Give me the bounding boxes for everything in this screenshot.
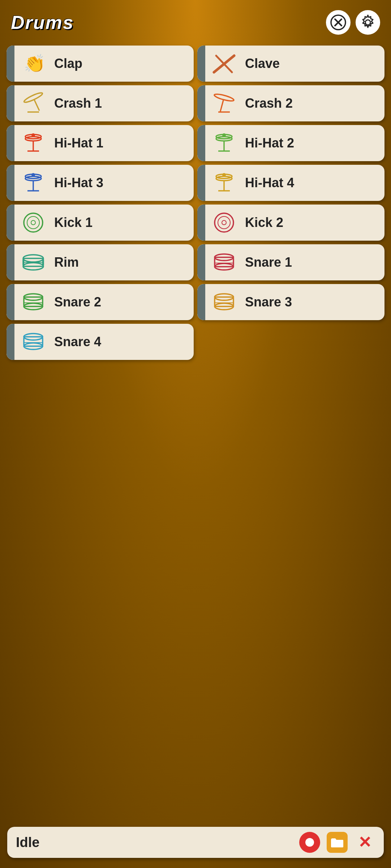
gear-icon — [360, 14, 376, 30]
drum-label-snare3: Snare 3 — [245, 295, 292, 310]
svg-point-36 — [215, 213, 233, 232]
drum-label-snare2: Snare 2 — [54, 295, 101, 310]
drum-item-kick1[interactable]: Kick 1 — [7, 205, 194, 241]
close-button[interactable] — [326, 10, 351, 35]
drum-label-hihat4: Hi-Hat 4 — [245, 175, 294, 190]
close-icon — [330, 14, 346, 30]
bottom-controls: ✕ — [299, 832, 375, 853]
drum-label-rim: Rim — [54, 255, 79, 270]
drum-item-hihat1[interactable]: Hi-Hat 1 — [7, 125, 194, 161]
svg-point-34 — [27, 216, 39, 229]
drum-item-clap[interactable]: 👏 Clap — [7, 46, 194, 82]
drum-item-clave[interactable]: Clave — [197, 46, 384, 82]
drum-item-snare2[interactable]: Snare 2 — [7, 284, 194, 320]
settings-button[interactable] — [356, 10, 380, 35]
svg-point-32 — [222, 173, 226, 177]
drum-item-crash2[interactable]: Crash 2 — [197, 85, 384, 121]
status-text: Idle — [16, 835, 299, 850]
record-button[interactable] — [299, 832, 320, 853]
svg-point-22 — [222, 133, 226, 137]
drum-label-kick1: Kick 1 — [54, 215, 93, 230]
svg-line-8 — [34, 99, 39, 111]
bottom-bar: Idle ✕ — [7, 827, 384, 858]
drum-label-clap: Clap — [54, 56, 82, 71]
drum-label-hihat2: Hi-Hat 2 — [245, 136, 294, 151]
drum-label-hihat3: Hi-Hat 3 — [54, 175, 103, 190]
record-icon — [304, 837, 315, 848]
svg-line-11 — [220, 100, 224, 112]
svg-point-3 — [365, 20, 370, 25]
header-actions — [326, 10, 380, 35]
drum-label-clave: Clave — [245, 56, 280, 71]
svg-rect-50 — [24, 297, 43, 306]
drum-item-hihat4[interactable]: Hi-Hat 4 — [197, 165, 384, 201]
drum-item-snare3[interactable]: Snare 3 — [197, 284, 384, 320]
svg-rect-58 — [24, 337, 43, 346]
close-x-icon: ✕ — [358, 834, 371, 850]
drum-item-snare4[interactable]: Snare 4 — [7, 324, 194, 360]
svg-point-27 — [31, 173, 35, 177]
svg-point-17 — [31, 133, 35, 137]
drum-item-kick2[interactable]: Kick 2 — [197, 205, 384, 241]
drum-grid: 👏 Clap Clave Crash 1 Crash 2 Hi — [0, 42, 391, 364]
svg-point-10 — [214, 93, 234, 102]
drum-label-snare1: Snare 1 — [245, 255, 292, 270]
drum-label-hihat1: Hi-Hat 1 — [54, 136, 103, 151]
drum-label-crash2: Crash 2 — [245, 96, 293, 111]
svg-point-35 — [31, 220, 35, 225]
folder-button[interactable] — [327, 832, 348, 853]
drum-label-snare4: Snare 4 — [54, 334, 101, 349]
svg-point-33 — [24, 213, 43, 232]
svg-rect-54 — [215, 297, 233, 306]
drum-label-kick2: Kick 2 — [245, 215, 283, 230]
drum-item-hihat2[interactable]: Hi-Hat 2 — [197, 125, 384, 161]
svg-point-38 — [222, 220, 226, 225]
folder-icon — [330, 837, 344, 848]
close-bottom-button[interactable]: ✕ — [354, 832, 375, 853]
drum-item-rim[interactable]: Rim — [7, 244, 194, 280]
drum-label-crash1: Crash 1 — [54, 96, 102, 111]
app-header: Drums — [0, 0, 391, 42]
app-title: Drums — [11, 12, 74, 33]
svg-point-61 — [305, 838, 314, 847]
drum-item-crash1[interactable]: Crash 1 — [7, 85, 194, 121]
drum-item-hihat3[interactable]: Hi-Hat 3 — [7, 165, 194, 201]
drum-item-snare1[interactable]: Snare 1 — [197, 244, 384, 280]
svg-point-7 — [23, 91, 43, 104]
svg-rect-46 — [215, 257, 233, 267]
svg-text:👏: 👏 — [24, 53, 46, 74]
svg-point-37 — [218, 216, 230, 229]
